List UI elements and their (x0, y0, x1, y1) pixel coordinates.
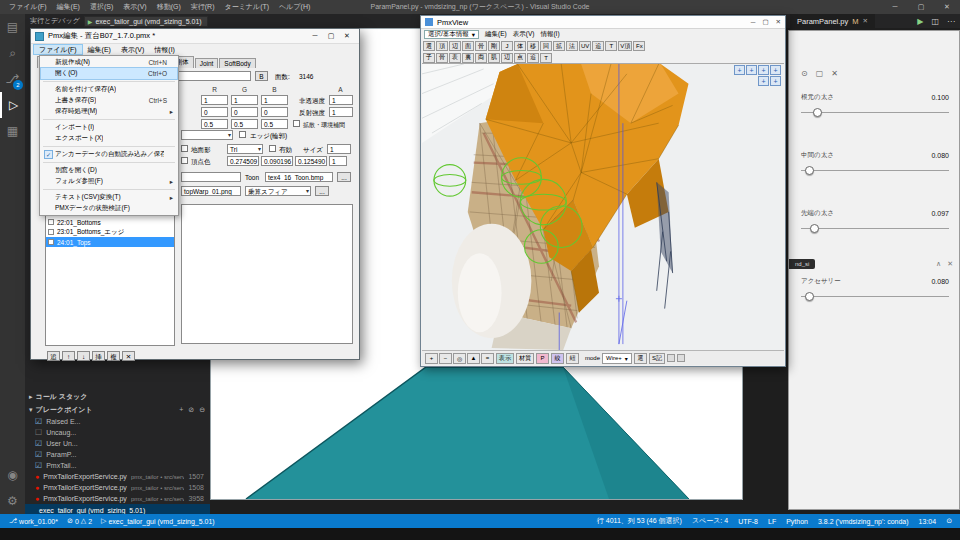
wire-mode-dropdown[interactable]: Wire+ ▾ (602, 353, 632, 364)
view-reset-icon[interactable]: + (758, 76, 769, 86)
vertex-color-checkbox[interactable] (181, 157, 188, 164)
popout-chip[interactable]: nd_si (789, 259, 815, 269)
size-field[interactable]: 1 (327, 144, 351, 154)
edge-color-r[interactable]: 0.274509 (227, 156, 259, 166)
debug-config-dropdown[interactable]: ▶ exec_tailor_gui (vmd_sizing_5.01) (84, 16, 208, 27)
close-tab-icon[interactable]: ✕ (863, 17, 868, 25)
slider-handle[interactable] (805, 292, 814, 301)
toolbar-button[interactable]: 肌 (488, 53, 500, 63)
toolbar-button[interactable]: 骨 (475, 41, 487, 51)
toolbar-button[interactable]: 面 (462, 41, 474, 51)
ambient-g[interactable]: 0.5 (231, 119, 258, 129)
minimize-button[interactable]: ─ (751, 18, 756, 26)
minimize-button[interactable]: ─ (307, 32, 323, 40)
menu-item[interactable]: 選択(S) (85, 2, 118, 12)
panel-control-icon[interactable]: ✕ (831, 69, 838, 78)
edge-color-a[interactable]: 1 (329, 156, 347, 166)
color-swatch-1[interactable] (667, 354, 675, 362)
slider-handle[interactable] (805, 166, 814, 175)
file-menu-item[interactable]: エクスポート(X) (41, 133, 177, 144)
extensions-icon[interactable]: ▦ (0, 118, 25, 144)
texture-field[interactable] (181, 172, 241, 182)
slider-handle[interactable] (813, 108, 822, 117)
breakpoint-toggle[interactable]: ☑ User Un... (25, 438, 210, 449)
ambient-b[interactable]: 0.5 (261, 119, 288, 129)
breakpoint-row[interactable]: ● PmxTailorExportService.py pmx_tailor •… (25, 493, 210, 504)
pmx-titlebar[interactable]: Pmx編集 - 置台B07_1.7.0.pmx * ─ ▢ ✕ (31, 29, 359, 44)
notifications-bell-icon[interactable]: ⊙ (946, 517, 952, 525)
menu-item[interactable]: 編集(E) (83, 44, 116, 55)
toolbar-button[interactable]: J (501, 41, 513, 51)
checkbox-icon[interactable]: ☐ (35, 428, 42, 437)
toolbar-button[interactable]: 拡 (553, 41, 565, 51)
alpha-field[interactable]: 1 (329, 95, 353, 105)
file-menu-item[interactable]: フォルダ参照(F) ▸ (41, 176, 177, 187)
material-row[interactable]: 24:01_Tops (46, 237, 174, 247)
material-checkbox[interactable] (48, 219, 54, 225)
indentation[interactable]: スペース: 4 (692, 516, 728, 526)
menu-item[interactable]: ファイル(F) (33, 44, 83, 55)
menu-item[interactable]: ファイル(F) (4, 2, 52, 12)
pmx-tab[interactable]: SoftBody (219, 58, 255, 68)
view-persp-icon[interactable]: + (770, 65, 781, 75)
panel-control-icon[interactable]: ▢ (816, 69, 824, 78)
remove-breakpoints-icon[interactable]: ⊖ (199, 406, 205, 414)
toolbar-button[interactable]: 回 (540, 41, 552, 51)
menu-item[interactable]: 表示(V) (116, 44, 149, 55)
sphere-mode-combo[interactable]: 乗算スフィア (245, 186, 311, 196)
settings-gear-icon[interactable]: ⚙ (0, 488, 25, 514)
editor-tab-parampanel[interactable]: ParamPanel.py M ✕ (790, 14, 875, 28)
breakpoints-header[interactable]: ▾ ブレークポイント + ⊘ ⊖ (25, 403, 210, 416)
ambient-r[interactable]: 0.5 (201, 119, 228, 129)
menu-view[interactable]: 表示(V) (513, 30, 535, 39)
file-menu-item[interactable] (43, 187, 175, 190)
maximize-button[interactable]: ▢ (908, 0, 934, 14)
toolbar-button[interactable]: 表 (449, 53, 461, 63)
checkbox-icon[interactable]: ☑ (35, 439, 42, 448)
list-button[interactable]: 挿 (92, 351, 105, 361)
view-top-icon[interactable]: + (758, 65, 769, 75)
edge-combo[interactable] (181, 130, 233, 140)
toolbar-button[interactable]: 体 (514, 41, 526, 51)
material-row[interactable]: 23:01_Bottoms_エッジ (46, 227, 174, 237)
file-menu-item[interactable]: 別窓を開く(D) (41, 165, 177, 176)
python-interpreter[interactable]: 3.8.2 ('vmdsizing_np': conda) (818, 518, 909, 525)
menu-item[interactable]: 実行(R) (186, 2, 220, 12)
diffuse-g[interactable]: 1 (231, 95, 258, 105)
material-checkbox[interactable] (48, 239, 54, 245)
list-button[interactable]: ↑ (62, 351, 75, 361)
checkbox-icon[interactable]: ☑ (35, 461, 42, 470)
toolbar-button[interactable]: T (605, 41, 617, 51)
breakpoint-toggle[interactable]: ☑ PmxTail... (25, 460, 210, 471)
toon-file-field[interactable]: tex4_16_Toon.bmp (265, 172, 333, 182)
run-python-icon[interactable]: ▶ (917, 17, 923, 26)
view-front-icon[interactable]: + (734, 65, 745, 75)
b-button[interactable]: B (255, 71, 268, 81)
explorer-icon[interactable]: ▤ (0, 14, 25, 40)
pmx-tab[interactable]: Joint (195, 58, 219, 68)
toolbar-button[interactable]: 頂 (436, 41, 448, 51)
breakpoint-toggle[interactable]: ☐ Uncaug... (25, 427, 210, 438)
language-mode[interactable]: Python (786, 518, 808, 525)
source-control-icon[interactable]: ⎇2 (0, 66, 25, 92)
maximize-button[interactable]: ▢ (762, 18, 768, 26)
split-editor-icon[interactable]: ◫ (931, 17, 939, 26)
tri-combo[interactable]: Tri (227, 144, 263, 154)
diffuse-r[interactable]: 1 (201, 95, 228, 105)
toolbar-button[interactable]: 追 (592, 41, 604, 51)
add-breakpoint-icon[interactable]: + (179, 406, 183, 414)
toolbar-button[interactable]: T (540, 53, 552, 63)
list-button[interactable]: 複 (107, 351, 120, 361)
start-debug-icon[interactable]: ▶ (88, 18, 93, 25)
file-menu-item[interactable]: 名前を付けて保存(A) (41, 84, 177, 95)
menu-item[interactable]: ターミナル(T) (219, 2, 274, 12)
memo-field[interactable] (181, 204, 353, 344)
account-icon[interactable]: ◉ (0, 462, 25, 488)
ground-shadow-checkbox[interactable] (181, 145, 188, 152)
color-swatch-2[interactable] (677, 354, 685, 362)
breakpoint-row[interactable]: ● PmxTailorExportService.py pmx_tailor •… (25, 471, 210, 482)
file-menu-item[interactable] (43, 117, 175, 120)
specular-r[interactable]: 0 (201, 107, 228, 117)
view-side-icon[interactable]: + (746, 65, 757, 75)
interp-checkbox[interactable] (293, 120, 300, 127)
